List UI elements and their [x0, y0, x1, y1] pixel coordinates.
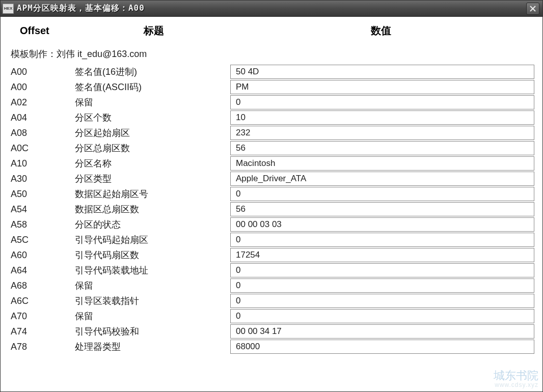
- title-cell: 分区的状态: [75, 218, 230, 231]
- watermark-sub: www.cdsy.xyz: [494, 381, 538, 388]
- value-input[interactable]: [230, 340, 534, 354]
- value-input[interactable]: [230, 126, 534, 140]
- title-cell: 分区总扇区数: [75, 142, 230, 154]
- value-input[interactable]: [230, 278, 534, 293]
- offset-cell: A60: [9, 250, 75, 261]
- value-cell: [230, 202, 534, 216]
- offset-cell: A68: [9, 281, 75, 291]
- offset-cell: A54: [9, 204, 75, 215]
- table-row: A68保留: [9, 278, 534, 293]
- window: HEX APM分区映射表，基本偏移：A00 Offset 标题 数值 模板制作：…: [0, 0, 543, 392]
- title-cell: 引导代码扇区数: [75, 249, 230, 261]
- value-cell: [230, 324, 534, 339]
- table-row: A04分区个数: [9, 110, 534, 125]
- window-title: APM分区映射表，基本偏移：A00: [17, 3, 526, 14]
- value-cell: [230, 156, 534, 171]
- title-cell: 保留: [75, 96, 230, 108]
- offset-cell: A58: [9, 219, 75, 230]
- offset-cell: A00: [9, 67, 75, 77]
- value-cell: [230, 263, 534, 277]
- value-cell: [230, 294, 534, 308]
- offset-cell: A10: [9, 158, 75, 169]
- title-cell: 分区类型: [75, 173, 230, 185]
- title-cell: 分区名称: [75, 157, 230, 170]
- title-cell: 保留: [75, 279, 230, 292]
- table-row: A00签名值(ASCII码): [9, 79, 534, 95]
- table-row: A78处理器类型: [9, 339, 534, 354]
- value-input[interactable]: [230, 95, 534, 109]
- title-cell: 引导代码装载地址: [75, 264, 230, 276]
- data-rows: A00签名值(16进制)A00签名值(ASCII码)A02保留A04分区个数A0…: [9, 64, 534, 354]
- offset-cell: A74: [9, 326, 75, 337]
- table-row: A0C分区总扇区数: [9, 141, 534, 156]
- column-headers: Offset 标题 数值: [9, 22, 534, 47]
- offset-cell: A08: [9, 128, 75, 138]
- value-input[interactable]: [230, 141, 534, 155]
- offset-cell: A30: [9, 174, 75, 184]
- value-cell: [230, 65, 534, 79]
- table-row: A08分区起始扇区: [9, 125, 534, 141]
- table-row: A60引导代码扇区数: [9, 247, 534, 263]
- value-cell: [230, 126, 534, 140]
- value-input[interactable]: [230, 263, 534, 277]
- value-input[interactable]: [230, 202, 534, 216]
- title-cell: 数据区起始扇区号: [75, 188, 230, 200]
- table-row: A58分区的状态: [9, 217, 534, 232]
- value-input[interactable]: [230, 110, 534, 125]
- content-area: Offset 标题 数值 模板制作：刘伟 it_edu@163.com A00签…: [1, 17, 542, 391]
- header-offset: Offset: [9, 25, 80, 37]
- header-title: 标题: [80, 24, 228, 38]
- value-input[interactable]: [230, 233, 534, 247]
- value-cell: [230, 340, 534, 354]
- app-icon: HEX: [3, 4, 14, 14]
- title-cell: 数据区总扇区数: [75, 203, 230, 215]
- table-row: A74引导代码校验和: [9, 324, 534, 339]
- value-cell: [230, 110, 534, 125]
- title-cell: 分区起始扇区: [75, 127, 230, 139]
- table-row: A54数据区总扇区数: [9, 202, 534, 217]
- offset-cell: A64: [9, 265, 75, 276]
- title-cell: 引导代码校验和: [75, 325, 230, 338]
- table-row: A5C引导代码起始扇区: [9, 232, 534, 247]
- value-cell: [230, 248, 534, 262]
- value-cell: [230, 233, 534, 247]
- value-cell: [230, 172, 534, 186]
- value-input[interactable]: [230, 248, 534, 262]
- header-value: 数值: [228, 24, 534, 38]
- value-cell: [230, 187, 534, 201]
- table-row: A00签名值(16进制): [9, 64, 534, 79]
- close-button[interactable]: [526, 3, 539, 15]
- table-row: A6C引导区装载指针: [9, 293, 534, 309]
- offset-cell: A70: [9, 311, 75, 322]
- value-input[interactable]: [230, 172, 534, 186]
- table-row: A50数据区起始扇区号: [9, 186, 534, 202]
- value-cell: [230, 95, 534, 109]
- value-cell: [230, 278, 534, 293]
- value-cell: [230, 309, 534, 323]
- title-cell: 处理器类型: [75, 341, 230, 353]
- value-input[interactable]: [230, 156, 534, 171]
- value-input[interactable]: [230, 217, 534, 232]
- table-row: A02保留: [9, 95, 534, 110]
- offset-cell: A04: [9, 113, 75, 123]
- value-input[interactable]: [230, 187, 534, 201]
- offset-cell: A00: [9, 82, 75, 93]
- value-input[interactable]: [230, 324, 534, 339]
- value-input[interactable]: [230, 294, 534, 308]
- watermark: 城东书院 www.cdsy.xyz: [494, 370, 538, 388]
- offset-cell: A6C: [9, 296, 75, 306]
- value-cell: [230, 141, 534, 155]
- offset-cell: A78: [9, 342, 75, 352]
- value-input[interactable]: [230, 309, 534, 323]
- value-input[interactable]: [230, 65, 534, 79]
- title-cell: 引导代码起始扇区: [75, 234, 230, 246]
- close-icon: [529, 5, 536, 12]
- title-cell: 分区个数: [75, 111, 230, 124]
- value-cell: [230, 80, 534, 94]
- titlebar[interactable]: HEX APM分区映射表，基本偏移：A00: [1, 1, 542, 17]
- offset-cell: A02: [9, 97, 75, 108]
- value-cell: [230, 217, 534, 232]
- offset-cell: A50: [9, 189, 75, 200]
- value-input[interactable]: [230, 80, 534, 94]
- title-cell: 签名值(ASCII码): [75, 81, 230, 93]
